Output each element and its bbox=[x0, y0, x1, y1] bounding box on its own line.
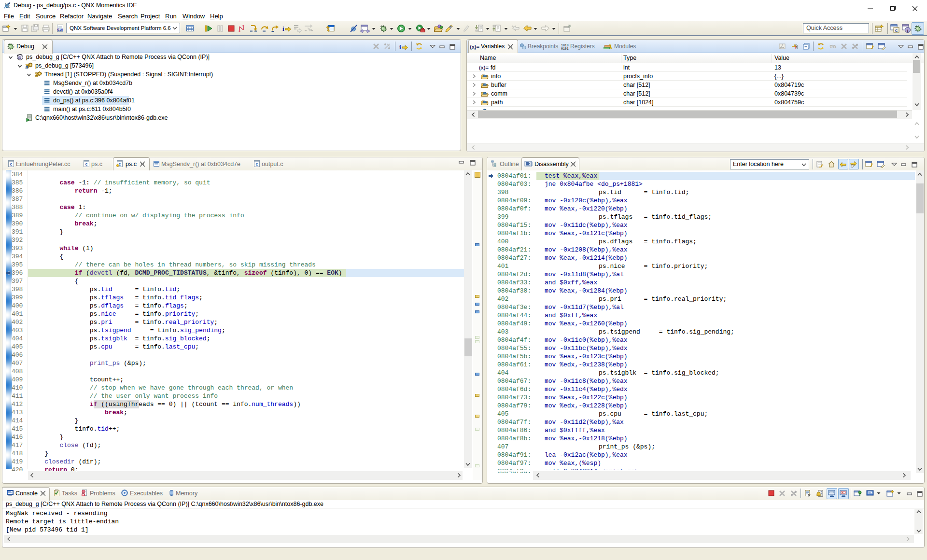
svg-text:1010: 1010 bbox=[561, 44, 569, 47]
svg-text:i: i bbox=[399, 43, 401, 51]
svg-text:(x)=: (x)= bbox=[470, 44, 479, 50]
svg-text:i: i bbox=[282, 25, 284, 32]
svg-text:0101: 0101 bbox=[561, 47, 569, 51]
svg-text:c: c bbox=[10, 162, 12, 167]
svg-text:010: 010 bbox=[57, 28, 63, 31]
svg-text:C: C bbox=[895, 28, 898, 33]
svg-text:c: c bbox=[255, 162, 258, 167]
svg-text:c: c bbox=[85, 162, 87, 167]
svg-text:(x)=: (x)= bbox=[479, 65, 489, 70]
